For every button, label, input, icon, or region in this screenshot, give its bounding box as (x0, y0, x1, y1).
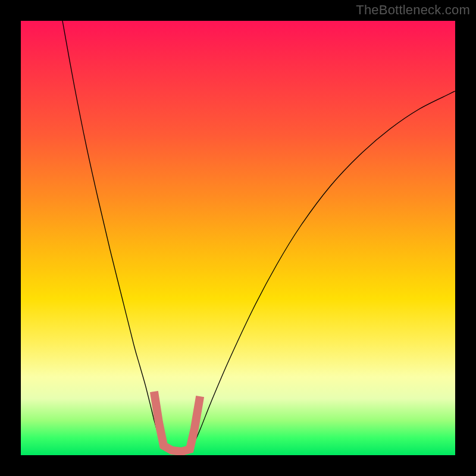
watermark-text: TheBottleneck.com (356, 2, 470, 18)
bottleneck-curve (62, 21, 455, 453)
optimal-marker (155, 396, 199, 452)
chart-frame: TheBottleneck.com (0, 0, 476, 476)
plot-area (21, 21, 455, 455)
curve-svg (21, 21, 455, 455)
